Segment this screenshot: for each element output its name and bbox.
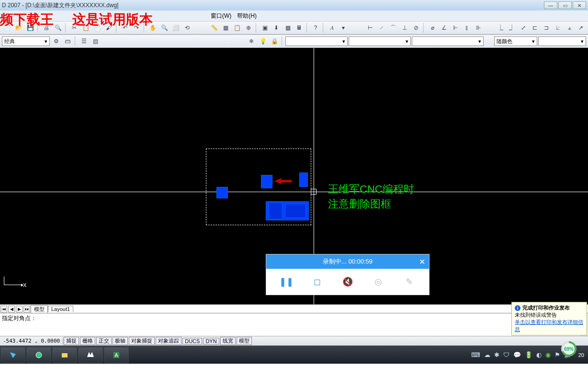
linetype-dropdown[interactable]: ▾ xyxy=(349,36,411,46)
dim-arc-icon[interactable]: ⌒ xyxy=(388,23,398,33)
coordinates-display[interactable]: -543.4472 , 0.0000 xyxy=(0,338,63,344)
tab-first-button[interactable]: ⏮ xyxy=(0,306,7,312)
dyn-toggle[interactable]: DYN xyxy=(203,338,219,345)
dim-dia-icon[interactable]: ⌀ xyxy=(427,23,438,33)
taskbar-wps[interactable] xyxy=(78,347,103,363)
taskbar-browser[interactable] xyxy=(26,347,51,363)
taskbar-app1[interactable] xyxy=(0,347,25,363)
close-button[interactable]: ✕ xyxy=(573,1,586,9)
table-icon[interactable]: ▦ xyxy=(283,23,293,33)
mod2-icon[interactable]: ⏌ xyxy=(507,23,517,33)
tray-flag-icon[interactable]: ⚑ xyxy=(554,351,560,358)
layer-states-icon[interactable]: ▤ xyxy=(90,36,101,46)
block-icon[interactable]: ▣ xyxy=(260,23,270,33)
cad-object[interactable] xyxy=(268,202,283,219)
grid-toggle[interactable]: 栅格 xyxy=(80,337,95,345)
recorder-annotate-button[interactable]: ✎ xyxy=(401,274,417,289)
recorder-titlebar[interactable]: 录制中... 00:00:59 ✕ xyxy=(266,254,429,269)
recorder-camera-button[interactable]: ◎ xyxy=(371,274,386,289)
cad-object[interactable] xyxy=(299,172,308,187)
svg-point-0 xyxy=(36,352,42,358)
ws-settings-icon[interactable]: ⚙ xyxy=(51,36,61,46)
tray-keyboard-icon[interactable]: ⌨ xyxy=(471,351,480,358)
lineweight-dropdown[interactable]: ▾ xyxy=(412,36,484,46)
dim-aligned-icon[interactable]: ⟋ xyxy=(376,23,387,33)
dim-ang-icon[interactable]: ∠ xyxy=(439,23,449,33)
workspace-dropdown[interactable]: 经典 ▾ xyxy=(2,36,50,46)
mod4-icon[interactable]: ⊏ xyxy=(530,23,540,33)
dim-base-icon[interactable]: ⫿ xyxy=(462,23,472,33)
notification-link[interactable]: 单击以查看打印和发布详细信息 xyxy=(515,319,583,332)
osnap-toggle[interactable]: 对象捕捉 xyxy=(129,337,155,345)
tab-next-button[interactable]: ▶ xyxy=(16,306,23,312)
lwt-toggle[interactable]: 线宽 xyxy=(220,337,236,345)
cad-object[interactable] xyxy=(216,187,228,198)
layer-lock-icon[interactable]: 🔒 xyxy=(269,36,280,46)
help-icon[interactable]: ? xyxy=(310,23,321,33)
tray-network-icon[interactable]: ◐ xyxy=(536,351,542,358)
text-dropdown-icon[interactable]: ▾ xyxy=(338,23,349,33)
mod5-icon[interactable]: ⊐ xyxy=(541,23,552,33)
tray-battery-icon[interactable]: 🔋 xyxy=(525,351,532,358)
dim-linear-icon[interactable]: ⊢ xyxy=(365,23,375,33)
mod7-icon[interactable]: ⟁ xyxy=(564,23,575,33)
recorder-mute-button[interactable]: 🔇 xyxy=(340,274,355,289)
tab-model[interactable]: 模型 xyxy=(31,305,48,313)
layer-dropdown[interactable]: ▾ xyxy=(285,36,348,46)
maximize-button[interactable]: ▭ xyxy=(558,1,572,9)
ortho-toggle[interactable]: 正交 xyxy=(96,337,112,345)
layer-manager-icon[interactable]: ☰ xyxy=(79,36,89,46)
calc-icon[interactable]: 🖩 xyxy=(294,23,305,33)
color-dropdown[interactable]: 随颜色 ▾ xyxy=(494,36,537,46)
list-icon[interactable]: 📋 xyxy=(232,23,242,33)
id-icon[interactable]: ⊕ xyxy=(243,23,254,33)
tab-last-button[interactable]: ⏭ xyxy=(23,306,30,312)
layer-freeze-icon[interactable]: ❄ xyxy=(246,36,257,46)
text-style-icon[interactable]: 𝐴 xyxy=(327,23,337,33)
minimize-button[interactable]: — xyxy=(544,1,557,9)
tab-layout1[interactable]: Layout1 xyxy=(48,306,73,312)
zoom-window-icon[interactable]: ⬜ xyxy=(170,23,181,33)
dim-ord-icon[interactable]: ⊥ xyxy=(399,23,410,33)
dim-rad-icon[interactable]: ⊘ xyxy=(411,23,421,33)
recorder-pause-button[interactable]: ❚❚ xyxy=(279,274,294,289)
recorder-close-icon[interactable]: ✕ xyxy=(419,257,425,266)
mod1-icon[interactable]: ⎿ xyxy=(495,23,506,33)
dim-quick-icon[interactable]: ⊩ xyxy=(450,23,461,33)
polar-toggle[interactable]: 极轴 xyxy=(113,337,128,345)
menu-help[interactable]: 帮助(H) xyxy=(237,12,257,20)
screen-recorder-panel[interactable]: 录制中... 00:00:59 ✕ ❚❚ ◻ 🔇 ◎ ✎ xyxy=(266,254,430,295)
model-toggle[interactable]: 模型 xyxy=(237,337,252,345)
dim-cont-icon[interactable]: ⊪ xyxy=(473,23,484,33)
ducs-toggle[interactable]: DUCS xyxy=(182,338,202,345)
area-icon[interactable]: ▦ xyxy=(220,23,231,33)
cad-object[interactable] xyxy=(261,175,272,188)
tab-prev-button[interactable]: ◀ xyxy=(8,306,15,312)
ucs-x-label: X xyxy=(23,282,26,288)
mod8-icon[interactable]: ↗ xyxy=(576,23,586,33)
recorder-stop-button[interactable]: ◻ xyxy=(309,274,325,289)
otrack-toggle[interactable]: 对象追踪 xyxy=(156,337,181,345)
tray-wechat-icon[interactable]: 💬 xyxy=(513,351,521,358)
mod3-icon[interactable]: ⤢ xyxy=(518,23,529,33)
mod6-icon[interactable]: ⟀ xyxy=(553,23,563,33)
snap-toggle[interactable]: 捕捉 xyxy=(64,337,79,345)
taskbar-clock[interactable]: 20 xyxy=(576,352,584,358)
tray-cloud-icon[interactable]: ☁ xyxy=(484,351,490,358)
tray-star-icon[interactable]: ✱ xyxy=(494,351,499,358)
zoom-icon[interactable]: 🔍 xyxy=(159,23,170,33)
layer-off-icon[interactable]: 💡 xyxy=(258,36,268,46)
ws-save-icon[interactable]: 🗃 xyxy=(62,36,73,46)
taskbar-explorer[interactable] xyxy=(52,347,77,363)
plotstyle-dropdown[interactable]: ▾ xyxy=(538,36,586,46)
menu-window[interactable]: 窗口(W) xyxy=(211,12,231,20)
command-prompt[interactable]: 指定对角点： xyxy=(0,313,580,336)
taskbar-autocad[interactable]: A xyxy=(104,347,129,363)
insert-icon[interactable]: ⬇ xyxy=(271,23,282,33)
zoom-prev-icon[interactable]: ⟲ xyxy=(182,23,192,33)
cad-object[interactable] xyxy=(285,204,306,218)
tray-shield-icon[interactable]: 🛡 xyxy=(503,351,509,358)
tray-360-icon[interactable]: ◉ xyxy=(545,351,551,358)
toolbar-properties: 经典 ▾ ⚙ 🗃 ☰ ▤ ❄ 💡 🔒 ▾ ▾ ▾ 随颜色 ▾ ▾ xyxy=(0,34,588,48)
dist-icon[interactable]: 📏 xyxy=(209,23,219,33)
